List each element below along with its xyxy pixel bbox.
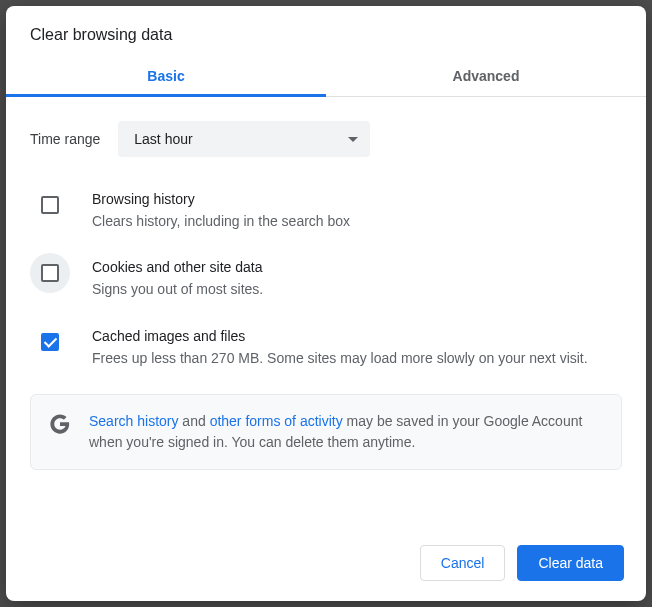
info-mid: and [178, 413, 209, 429]
chevron-down-icon [348, 137, 358, 142]
tabs: Basic Advanced [6, 54, 646, 97]
checkbox-cookies[interactable] [30, 253, 70, 293]
option-title: Browsing history [92, 191, 350, 207]
info-text: Search history and other forms of activi… [89, 411, 603, 453]
cancel-button[interactable]: Cancel [420, 545, 506, 581]
time-range-select[interactable]: Last hour [118, 121, 370, 157]
backdrop: Clear browsing data Basic Advanced Time … [0, 0, 652, 607]
dialog-title: Clear browsing data [6, 6, 646, 54]
tab-advanced[interactable]: Advanced [326, 54, 646, 96]
checkbox-browsing-history[interactable] [30, 185, 70, 225]
option-browsing-history: Browsing history Clears history, includi… [30, 185, 622, 253]
option-text: Cached images and files Frees up less th… [92, 328, 588, 368]
option-text: Browsing history Clears history, includi… [92, 191, 350, 231]
option-cookies: Cookies and other site data Signs you ou… [30, 253, 622, 321]
link-search-history[interactable]: Search history [89, 413, 178, 429]
time-range-row: Time range Last hour [30, 121, 622, 157]
option-desc: Frees up less than 270 MB. Some sites ma… [92, 348, 588, 368]
clear-data-button[interactable]: Clear data [517, 545, 624, 581]
option-desc: Clears history, including in the search … [92, 211, 350, 231]
checkbox-icon [41, 196, 59, 214]
option-desc: Signs you out of most sites. [92, 279, 263, 299]
clear-browsing-data-dialog: Clear browsing data Basic Advanced Time … [6, 6, 646, 601]
checkbox-cached[interactable] [30, 322, 70, 362]
time-range-value: Last hour [134, 131, 192, 147]
google-logo-icon [49, 413, 71, 435]
time-range-label: Time range [30, 131, 100, 147]
option-text: Cookies and other site data Signs you ou… [92, 259, 263, 299]
option-title: Cached images and files [92, 328, 588, 344]
google-account-info: Search history and other forms of activi… [30, 394, 622, 470]
checkbox-icon [41, 333, 59, 351]
tab-basic[interactable]: Basic [6, 54, 326, 96]
link-other-activity[interactable]: other forms of activity [210, 413, 343, 429]
dialog-body: Time range Last hour Browsing history Cl… [6, 97, 646, 527]
dialog-footer: Cancel Clear data [6, 527, 646, 601]
checkbox-icon [41, 264, 59, 282]
option-title: Cookies and other site data [92, 259, 263, 275]
option-cached: Cached images and files Frees up less th… [30, 322, 622, 390]
